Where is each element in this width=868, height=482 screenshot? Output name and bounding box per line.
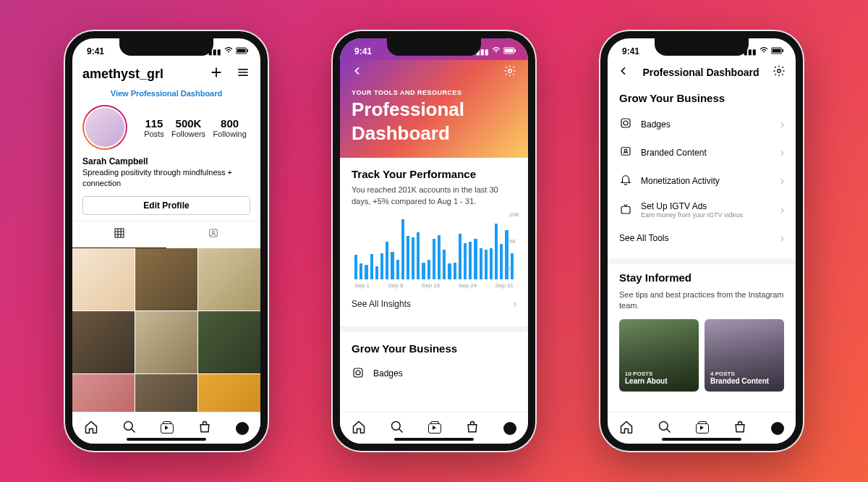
tagged-tab[interactable] [166,221,260,248]
tips-cards: 10 POSTS Learn About 4 POSTS Branded Con… [619,319,784,392]
chart-bar [365,265,367,279]
phone-dashboard-hero: 9:41 ▮▮▮ YOUR TOOLS AND RESOURCES Profes… [333,31,535,451]
shop-icon[interactable] [465,420,480,437]
grid-photo[interactable] [72,374,135,412]
wifi-icon [224,47,233,56]
add-icon[interactable] [208,64,224,83]
profile-header: amethyst_grl [72,60,260,85]
grid-photo[interactable] [72,248,135,310]
grid-photo[interactable] [72,311,135,373]
grid-photo[interactable] [198,248,260,310]
chart-bar [401,219,404,279]
svg-point-6 [124,421,133,430]
chart-bar [448,263,451,279]
profile-icon[interactable] [503,422,516,435]
grid-photo[interactable] [198,374,260,412]
performance-chart[interactable]: 10K 5K 0 [352,214,516,279]
settings-icon[interactable] [773,64,786,80]
chart-bar [433,239,435,279]
menu-icon[interactable] [236,65,250,83]
dashboard-screen: YOUR TOOLS AND RESOURCES Professional Da… [340,60,528,412]
tip-card-2[interactable]: 4 POSTS Branded Content [705,319,784,392]
edit-profile-button[interactable]: Edit Profile [82,196,250,215]
row-badges[interactable]: Badges [619,110,784,138]
grid-tab[interactable] [72,221,166,248]
chart-bar [485,250,488,279]
svg-rect-20 [621,148,630,156]
svg-point-10 [509,69,512,73]
tip-card-1[interactable]: 10 POSTS Learn About [619,319,699,392]
chart-bar [422,263,425,279]
stat-followers[interactable]: 500KFollowers [171,117,205,138]
stay-desc: See tips and best practices from the Ins… [619,289,784,312]
home-indicator[interactable] [127,438,206,441]
home-icon[interactable] [352,420,366,437]
view-dashboard-link[interactable]: View Professional Dashboard [72,85,260,105]
grid-photo[interactable] [135,374,197,412]
divider [340,326,528,332]
svg-point-17 [778,69,781,73]
stay-section: Stay Informed See tips and best practice… [608,264,796,399]
chevron-right-icon [780,174,784,187]
svg-rect-9 [515,49,516,52]
chevron-right-icon [513,297,516,310]
back-icon[interactable] [352,65,363,80]
shop-icon[interactable] [733,420,747,437]
status-time: 9:41 [87,46,104,56]
search-icon[interactable] [390,420,404,437]
bio-text: Spreading positivity through mindfulness… [82,167,250,189]
see-all-insights-link[interactable]: See All Insights [352,289,516,319]
chart-y-ticks: 10K 5K 0 [509,211,519,272]
chevron-right-icon [780,203,784,216]
stat-following[interactable]: 800Following [213,117,246,138]
reels-icon[interactable] [428,423,441,434]
search-icon[interactable] [122,420,137,437]
grow-section: Grow Your Business Badges [340,332,528,396]
row-monetization[interactable]: Monetization Activity [619,166,784,195]
phone-profile: 9:41 ▮▮▮ amethyst_grl View Professional … [65,31,268,451]
chevron-right-icon [780,146,784,159]
chart-bar [412,237,414,279]
profile-icon[interactable] [236,422,249,435]
row-igtv[interactable]: Set Up IGTV Ads Earn money from your IGT… [619,195,784,225]
home-indicator[interactable] [394,438,474,441]
settings-icon[interactable] [503,64,516,80]
profile-stats-row: 115Posts 500KFollowers 800Following [72,105,260,150]
row-branded[interactable]: Branded Content [619,138,784,166]
back-icon[interactable] [618,65,629,80]
badges-row[interactable]: Badges [352,359,516,389]
grid-photo[interactable] [135,248,197,310]
status-time: 9:41 [354,46,372,56]
row-see-all[interactable]: See All Tools [619,225,784,251]
status-icons: ▮▮▮ [744,47,784,56]
home-icon[interactable] [619,420,634,437]
chart-bar [427,260,430,279]
track-section: Track Your Performance You reached 201K … [340,158,528,326]
grid-photo[interactable] [198,311,260,373]
avatar[interactable] [82,105,127,150]
chart-bar [495,224,498,279]
chart-bar [505,230,508,279]
home-icon[interactable] [84,420,98,437]
reels-icon[interactable] [696,423,709,434]
svg-point-5 [212,231,214,233]
stat-posts[interactable]: 115Posts [144,117,164,138]
shop-icon[interactable] [197,420,212,437]
profile-icon[interactable] [771,422,784,435]
chart-bar [464,243,467,279]
chart-bar [490,248,493,279]
chart-bar [469,242,472,279]
chart-bar [443,250,446,279]
chart-bar [375,266,378,279]
username[interactable]: amethyst_grl [82,67,163,82]
chart-bar [354,255,357,279]
search-icon[interactable] [658,420,672,437]
svg-rect-1 [237,49,246,53]
status-icons: ▮▮▮ [208,47,249,56]
reels-icon[interactable] [161,423,174,434]
stay-heading: Stay Informed [619,271,784,284]
home-indicator[interactable] [662,438,741,441]
notch [119,38,213,56]
grid-photo[interactable] [135,311,197,373]
track-heading: Track Your Performance [352,168,516,180]
